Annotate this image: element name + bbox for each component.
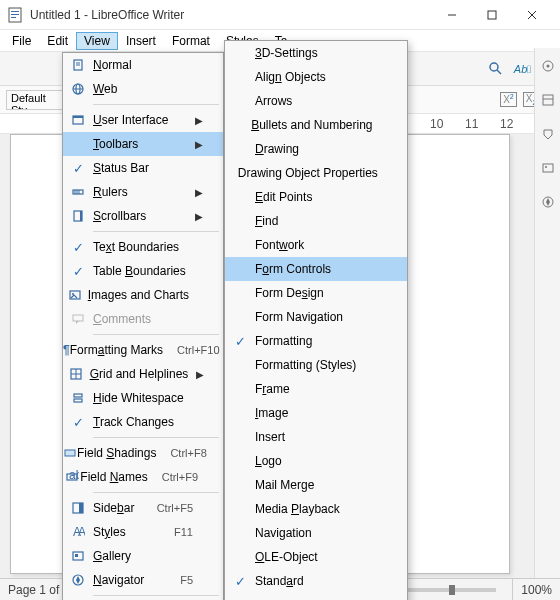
menu-label: Styles [93,525,166,539]
view-item-images-and-charts[interactable]: Images and Charts [63,283,223,307]
submenu-arrow-icon: ▶ [193,211,205,222]
svg-point-8 [490,63,498,71]
toolbars-item-align-objects[interactable]: Align Objects [225,65,407,89]
menu-view[interactable]: View [76,32,118,50]
close-button[interactable] [512,1,552,29]
view-item-field-shadings[interactable]: Field ShadingsCtrl+F8 [63,441,223,465]
view-item-scrollbars[interactable]: Scrollbars▶ [63,204,223,228]
toolbars-item-edit-points[interactable]: Edit Points [225,185,407,209]
menu-label: Hide Whitespace [93,391,193,405]
grid-icon [63,367,90,381]
toolbars-item-media-playback[interactable]: Media Playback [225,497,407,521]
view-item-toolbars[interactable]: Toolbars▶ [63,132,223,156]
menu-format[interactable]: Format [164,32,218,50]
check-icon: ✓ [63,415,93,430]
svg-rect-24 [73,116,83,118]
menu-label: Track Changes [93,415,193,429]
check-icon: ✓ [225,334,255,349]
svg-rect-3 [11,17,16,18]
submenu-arrow-icon: ▶ [193,139,205,150]
toolbars-item-logo[interactable]: Logo [225,449,407,473]
toolbars-item-standard-single-mode-[interactable]: Standard (Single Mode) [225,593,407,600]
styles-icon: AA [63,525,93,539]
sidebar-styles-icon[interactable] [538,124,558,144]
view-item-status-bar[interactable]: ✓Status Bar [63,156,223,180]
menu-label: Scrollbars [93,209,193,223]
view-item-normal[interactable]: Normal [63,53,223,77]
toolbars-item-formatting-styles-[interactable]: Formatting (Styles) [225,353,407,377]
menu-file[interactable]: File [4,32,39,50]
menu-accel: F5 [172,574,193,586]
menu-label: Table Boundaries [93,264,193,278]
find-icon[interactable] [488,61,504,77]
toolbars-item-image[interactable]: Image [225,401,407,425]
menu-label: Arrows [255,94,377,108]
paragraph-style-combo[interactable]: Default Sty [6,90,66,110]
toolbars-item-drawing-object-properties[interactable]: Drawing Object Properties [225,161,407,185]
view-item-rulers[interactable]: Rulers▶ [63,180,223,204]
menu-label: User Interface [93,113,193,127]
toolbars-item-formatting[interactable]: ✓Formatting [225,329,407,353]
img-icon [63,288,88,302]
svg-point-15 [545,166,547,168]
svg-rect-2 [11,14,19,15]
toolbars-item-insert[interactable]: Insert [225,425,407,449]
menu-accel: Ctrl+F10 [169,344,220,356]
menu-label: Rulers [93,185,193,199]
toolbars-item-drawing[interactable]: Drawing [225,137,407,161]
menu-label: Form Design [255,286,377,300]
menu-label: 3D-Settings [255,46,377,60]
toolbars-item-standard[interactable]: ✓Standard [225,569,407,593]
submenu-arrow-icon: ▶ [193,115,205,126]
toolbars-item-navigation[interactable]: Navigation [225,521,407,545]
view-item-hide-whitespace[interactable]: Hide Whitespace [63,386,223,410]
sidebar-navigator-icon[interactable] [538,192,558,212]
toolbars-item-bullets-and-numbering[interactable]: Bullets and Numbering [225,113,407,137]
toolbars-item-frame[interactable]: Frame [225,377,407,401]
view-item-track-changes[interactable]: ✓Track Changes [63,410,223,434]
view-item-text-boundaries[interactable]: ✓Text Boundaries [63,235,223,259]
view-item-web[interactable]: Web [63,77,223,101]
view-item-gallery[interactable]: Gallery [63,544,223,568]
sidebar-settings-icon[interactable] [538,56,558,76]
status-zoom[interactable]: 100% [513,579,560,600]
whitespace-icon [63,391,93,405]
ui-icon [63,113,93,127]
sidebar-icon [63,501,93,515]
view-item-styles[interactable]: AAStylesF11 [63,520,223,544]
menu-label: Logo [255,454,377,468]
toolbars-item-fontwork[interactable]: Fontwork [225,233,407,257]
svg-point-11 [546,65,549,68]
view-item-field-names[interactable]: abField NamesCtrl+F9 [63,465,223,489]
toolbars-item-arrows[interactable]: Arrows [225,89,407,113]
menu-label: Comments [93,312,193,326]
menu-edit[interactable]: Edit [39,32,76,50]
sidebar-gallery-icon[interactable] [538,158,558,178]
view-item-formatting-marks[interactable]: ¶Formatting MarksCtrl+F10 [63,338,223,362]
toolbars-item-ole-object[interactable]: OLE-Object [225,545,407,569]
view-item-table-boundaries[interactable]: ✓Table Boundaries [63,259,223,283]
maximize-button[interactable] [472,1,512,29]
svg-rect-38 [74,399,82,402]
minimize-button[interactable] [432,1,472,29]
view-item-navigator[interactable]: NavigatorF5 [63,568,223,592]
toolbars-item-form-design[interactable]: Form Design [225,281,407,305]
view-item-user-interface[interactable]: User Interface▶ [63,108,223,132]
toolbars-item-find[interactable]: Find [225,209,407,233]
svg-rect-33 [73,315,83,321]
toolbars-item-form-controls[interactable]: Form Controls [225,257,407,281]
spellcheck-icon[interactable]: Abͮ [514,63,531,75]
toolbars-item-form-navigation[interactable]: Form Navigation [225,305,407,329]
sidebar-properties-icon[interactable] [538,90,558,110]
toolbars-item-3d-settings[interactable]: 3D-Settings [225,41,407,65]
menu-accel: Ctrl+F5 [149,502,193,514]
superscript-button[interactable]: X2 [500,92,517,106]
check-icon: ✓ [225,574,255,589]
menu-insert[interactable]: Insert [118,32,164,50]
view-item-grid-and-helplines[interactable]: Grid and Helplines▶ [63,362,223,386]
zoom-slider[interactable] [406,588,496,592]
toolbars-item-mail-merge[interactable]: Mail Merge [225,473,407,497]
view-item-sidebar[interactable]: SidebarCtrl+F5 [63,496,223,520]
menu-label: Standard [255,574,377,588]
menu-label: Form Controls [255,262,377,276]
